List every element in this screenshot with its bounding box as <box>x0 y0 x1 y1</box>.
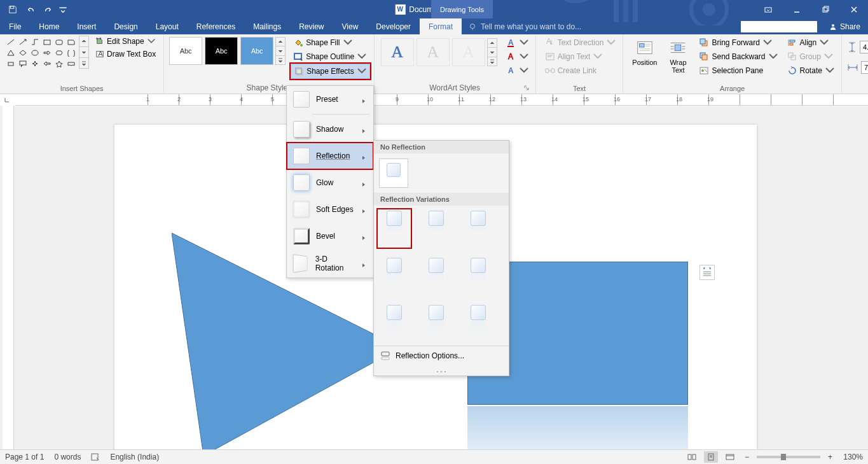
shape-brace[interactable] <box>65 48 77 58</box>
tab-view[interactable]: View <box>333 18 368 34</box>
reflection-var-4[interactable] <box>379 258 410 293</box>
no-reflection-option[interactable] <box>379 158 408 188</box>
shape-rect[interactable] <box>41 37 53 47</box>
tab-mailings[interactable]: Mailings <box>244 18 290 34</box>
shape-connector[interactable] <box>29 37 41 47</box>
tab-format[interactable]: Format <box>420 18 462 34</box>
reflection-var-8[interactable] <box>421 305 451 341</box>
zoom-slider[interactable] <box>757 456 820 458</box>
text-direction-button[interactable]: AText Direction <box>542 36 619 50</box>
tab-review[interactable]: Review <box>290 18 333 34</box>
shape-snip-rect[interactable] <box>65 37 77 47</box>
effects-glow[interactable]: Glow <box>287 169 373 196</box>
wordart-gallery-more[interactable] <box>487 38 497 66</box>
page-status[interactable]: Page 1 of 1 <box>5 453 44 461</box>
shape-star4[interactable] <box>29 59 41 69</box>
zoom-level[interactable]: 130% <box>840 453 863 461</box>
redo-button[interactable] <box>41 2 56 17</box>
shape-style-gallery[interactable]: Abc Abc Abc <box>168 36 287 66</box>
tab-insert[interactable]: Insert <box>68 18 105 34</box>
shape-line[interactable] <box>5 37 17 47</box>
gallery-up[interactable] <box>488 39 497 48</box>
language-status[interactable]: English (India) <box>110 453 159 461</box>
wordart-thumb-1[interactable]: A <box>381 38 414 66</box>
minimize-button[interactable] <box>782 0 811 18</box>
tab-developer[interactable]: Developer <box>367 18 420 34</box>
effects-3d-rotation[interactable]: 3-D Rotation <box>287 250 373 278</box>
gallery-expand[interactable] <box>79 58 88 68</box>
print-layout-button[interactable] <box>704 451 718 463</box>
reflection-var-5[interactable] <box>421 258 451 293</box>
wordart-thumb-3[interactable]: A <box>452 38 485 66</box>
shape-line-arrow[interactable] <box>17 37 29 47</box>
tab-references[interactable]: References <box>188 18 244 34</box>
qat-customize[interactable] <box>59 2 67 17</box>
style-gallery-more[interactable] <box>275 37 286 65</box>
ribbon-options-button[interactable] <box>754 0 782 18</box>
position-button[interactable]: Position <box>627 36 662 69</box>
draw-text-box-button[interactable]: A Draw Text Box <box>92 48 160 60</box>
send-backward-button[interactable]: Send Backward <box>696 50 780 64</box>
effects-shadow[interactable]: Shadow <box>287 116 373 143</box>
text-fill-button[interactable]: A <box>504 36 532 50</box>
wordart-thumb-2[interactable]: A <box>417 38 450 66</box>
dialog-launcher[interactable] <box>523 84 530 92</box>
style-thumb-3[interactable]: Abc <box>240 37 273 65</box>
zoom-in-button[interactable]: + <box>825 453 835 461</box>
reflection-var-7[interactable] <box>379 305 410 341</box>
height-input[interactable] <box>860 41 868 53</box>
shape-outline-button[interactable]: Shape Outline <box>291 50 370 64</box>
gallery-down[interactable] <box>276 46 285 55</box>
effects-soft-edges[interactable]: Soft Edges <box>287 196 373 223</box>
close-button[interactable] <box>839 0 868 18</box>
effects-bevel[interactable]: Bevel <box>287 223 373 250</box>
gallery-expand[interactable] <box>488 57 497 66</box>
shape-effects-button[interactable]: Shape Effects <box>291 64 370 79</box>
tab-file[interactable]: File <box>0 18 30 34</box>
tab-layout[interactable]: Layout <box>147 18 188 34</box>
shape-round-rect[interactable] <box>53 37 65 47</box>
edit-shape-button[interactable]: Edit Shape <box>92 36 160 47</box>
tab-design[interactable]: Design <box>105 18 146 34</box>
shape-oval[interactable] <box>29 48 41 58</box>
reflection-var-1[interactable] <box>379 211 410 246</box>
wordart-gallery[interactable]: A A A <box>378 36 500 69</box>
read-mode-button[interactable] <box>685 451 699 463</box>
reflection-var-6[interactable] <box>463 258 493 293</box>
proofing-icon[interactable] <box>91 453 100 461</box>
vertical-ruler[interactable] <box>3 106 14 449</box>
reflection-var-3[interactable] <box>463 211 493 246</box>
width-input[interactable] <box>861 61 868 74</box>
word-count[interactable]: 0 words <box>54 453 81 461</box>
gallery-up[interactable] <box>79 36 88 47</box>
tab-home[interactable]: Home <box>30 18 68 34</box>
shape-fill-button[interactable]: Shape Fill <box>291 36 370 50</box>
reflection-options-button[interactable]: Reflection Options... <box>374 346 509 365</box>
shape-banner[interactable] <box>65 59 77 69</box>
rotate-button[interactable]: Rotate <box>785 64 837 78</box>
shapes-gallery-more[interactable] <box>79 36 89 69</box>
gallery-expand[interactable] <box>276 56 285 64</box>
tell-me-search[interactable]: Tell me what you want to do... <box>462 18 741 34</box>
resize-grip[interactable] <box>374 365 509 376</box>
text-outline-button[interactable]: A <box>504 50 532 64</box>
share-button[interactable]: Share <box>821 18 868 34</box>
style-thumb-1[interactable]: Abc <box>169 37 202 65</box>
gallery-down[interactable] <box>488 48 497 57</box>
shape-flowchart[interactable] <box>5 59 17 69</box>
shapes-gallery[interactable] <box>4 36 78 70</box>
zoom-out-button[interactable]: − <box>742 453 752 461</box>
wrap-text-button[interactable]: Wrap Text <box>663 36 692 76</box>
style-thumb-2[interactable]: Abc <box>205 37 238 65</box>
group-button[interactable]: Group <box>785 50 837 64</box>
effects-preset[interactable]: Preset <box>287 86 373 113</box>
horizontal-ruler[interactable]: 12345678910111213141516171819 <box>15 94 868 106</box>
shape-arrow[interactable] <box>41 48 53 58</box>
align-text-button[interactable]: Align Text <box>542 50 619 64</box>
shape-hexagon[interactable] <box>53 48 65 58</box>
layout-options-badge[interactable] <box>699 265 715 280</box>
align-button[interactable]: Align <box>785 36 837 50</box>
selection-pane-button[interactable]: Selection Pane <box>696 64 780 78</box>
shape-triangle[interactable] <box>5 48 17 58</box>
text-effects-button[interactable]: A <box>504 64 532 78</box>
